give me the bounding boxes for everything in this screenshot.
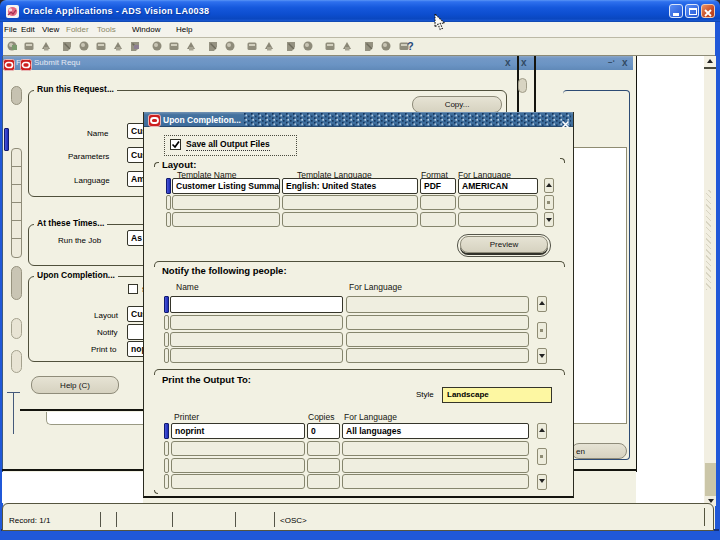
svg-text:?: ?	[407, 40, 414, 52]
